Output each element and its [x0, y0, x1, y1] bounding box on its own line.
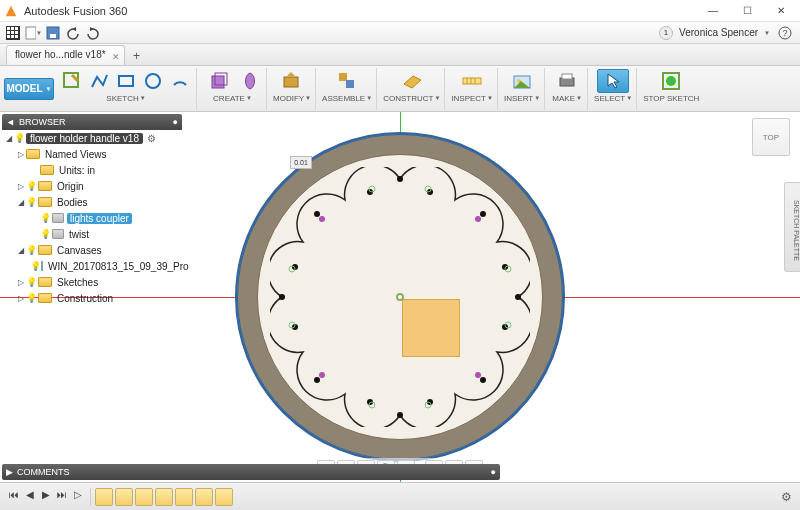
svg-point-51: [319, 216, 325, 222]
tree-body-lights-coupler[interactable]: 💡lights coupler: [2, 210, 182, 226]
timeline-settings-button[interactable]: ⚙: [781, 490, 792, 504]
tree-root[interactable]: ◢💡flower holder handle v18⚙: [2, 130, 182, 146]
create-group: CREATE▼: [199, 68, 267, 110]
timeline-start-button[interactable]: ⏮: [6, 489, 22, 505]
help-button[interactable]: ?: [776, 24, 794, 42]
svg-point-33: [397, 176, 403, 182]
canvas-image-overlay[interactable]: [402, 299, 460, 357]
joint-button[interactable]: [331, 69, 363, 93]
dimension-label[interactable]: 0.01: [290, 156, 312, 169]
titlebar: Autodesk Fusion 360 — ☐ ✕: [0, 0, 800, 22]
svg-point-35: [515, 294, 521, 300]
stop-sketch-button[interactable]: [655, 69, 687, 93]
tree-named-views[interactable]: ▷Named Views: [2, 146, 182, 162]
tab-close-icon[interactable]: ✕: [112, 48, 120, 66]
tree-canvas-item[interactable]: 💡WIN_20170813_15_09_39_Pro: [2, 258, 182, 274]
measure-button[interactable]: [456, 69, 488, 93]
svg-rect-4: [7, 31, 10, 34]
window-maximize-button[interactable]: ☐: [730, 1, 764, 21]
sketch-group: SKETCH▼: [56, 68, 197, 110]
workspace-switcher-button[interactable]: MODEL▼: [4, 78, 54, 100]
undo-button[interactable]: [64, 24, 82, 42]
notification-badge[interactable]: 1: [659, 26, 673, 40]
viewcube[interactable]: TOP: [752, 118, 790, 156]
svg-text:?: ?: [782, 28, 787, 38]
press-pull-button[interactable]: [276, 69, 308, 93]
app-grid-icon[interactable]: [4, 24, 22, 42]
stop-sketch-label: STOP SKETCH: [643, 94, 699, 103]
tree-origin[interactable]: ▷💡Origin: [2, 178, 182, 194]
svg-point-36: [480, 377, 486, 383]
browser-options-icon[interactable]: ●: [173, 117, 178, 127]
tree-sketches[interactable]: ▷💡Sketches: [2, 274, 182, 290]
insert-group-label: INSERT: [504, 94, 533, 103]
workspace-label: MODEL: [6, 83, 42, 94]
tree-units[interactable]: Units: in: [2, 162, 182, 178]
save-button[interactable]: [44, 24, 62, 42]
svg-rect-5: [11, 31, 14, 34]
svg-point-39: [279, 294, 285, 300]
timeline-feature-1[interactable]: [95, 488, 113, 506]
new-tab-button[interactable]: +: [129, 49, 145, 65]
tree-canvases[interactable]: ◢💡Canvases: [2, 242, 182, 258]
browser-header[interactable]: ◄BROWSER ●: [2, 114, 182, 130]
select-button[interactable]: [597, 69, 629, 93]
create-sketch-button[interactable]: [60, 69, 84, 93]
timeline-feature-6[interactable]: [195, 488, 213, 506]
insert-button[interactable]: [506, 69, 538, 93]
quick-access-toolbar: ▼ 1 Veronica Spencer ▼ ?: [0, 22, 800, 44]
rectangle-tool-button[interactable]: [114, 69, 138, 93]
timeline-feature-5[interactable]: [175, 488, 193, 506]
tree-bodies[interactable]: ◢💡Bodies: [2, 194, 182, 210]
line-tool-button[interactable]: [87, 69, 111, 93]
tree-construction[interactable]: ▷💡Construction: [2, 290, 182, 306]
timeline-feature-4[interactable]: [155, 488, 173, 506]
svg-rect-21: [339, 73, 347, 81]
sketch-palette-tab[interactable]: SKETCH PALETTE: [784, 182, 800, 272]
insert-group: INSERT▼: [500, 68, 545, 110]
assemble-group: ASSEMBLE▼: [318, 68, 377, 110]
comments-panel-header[interactable]: ▶COMMENTS●: [2, 464, 500, 480]
tree-body-twist[interactable]: 💡twist: [2, 226, 182, 242]
select-group-label: SELECT: [594, 94, 625, 103]
svg-point-32: [666, 76, 676, 86]
document-tabstrip: flower ho...ndle v18* ✕ +: [0, 44, 800, 66]
modify-group-label: MODIFY: [273, 94, 304, 103]
svg-point-42: [475, 216, 481, 222]
document-tab-label: flower ho...ndle v18*: [15, 49, 106, 60]
inspect-group-label: INSPECT: [451, 94, 486, 103]
timeline-play-button[interactable]: ▷: [70, 489, 86, 505]
extrude-button[interactable]: [203, 69, 235, 93]
origin-point[interactable]: [396, 293, 404, 301]
window-close-button[interactable]: ✕: [764, 1, 798, 21]
document-tab[interactable]: flower ho...ndle v18* ✕: [6, 45, 125, 65]
timeline-end-button[interactable]: ⏭: [54, 489, 70, 505]
plane-button[interactable]: [396, 69, 428, 93]
svg-rect-9: [15, 35, 18, 38]
timeline-back-button[interactable]: ◀: [22, 489, 38, 505]
sketch-group-label: SKETCH: [106, 94, 138, 103]
fusion-logo-icon: [4, 4, 18, 18]
svg-rect-12: [50, 34, 56, 38]
svg-rect-10: [26, 27, 36, 39]
timeline-fwd-button[interactable]: ▶: [38, 489, 54, 505]
revolve-button[interactable]: [238, 69, 262, 93]
modify-group: MODIFY▼: [269, 68, 316, 110]
svg-rect-7: [7, 35, 10, 38]
user-name[interactable]: Veronica Spencer: [679, 27, 758, 38]
user-menu-chevron-icon[interactable]: ▼: [764, 30, 770, 36]
select-group: SELECT▼: [590, 68, 637, 110]
timeline-feature-7[interactable]: [215, 488, 233, 506]
print-button[interactable]: [551, 69, 583, 93]
arc-tool-button[interactable]: [168, 69, 192, 93]
timeline-feature-2[interactable]: [115, 488, 133, 506]
svg-rect-30: [562, 74, 572, 79]
timeline-feature-3[interactable]: [135, 488, 153, 506]
make-group: MAKE▼: [547, 68, 588, 110]
window-minimize-button[interactable]: —: [696, 1, 730, 21]
circle-tool-button[interactable]: [141, 69, 165, 93]
assemble-group-label: ASSEMBLE: [322, 94, 365, 103]
redo-button[interactable]: [84, 24, 102, 42]
file-menu-button[interactable]: ▼: [24, 24, 42, 42]
svg-rect-1: [7, 27, 10, 30]
